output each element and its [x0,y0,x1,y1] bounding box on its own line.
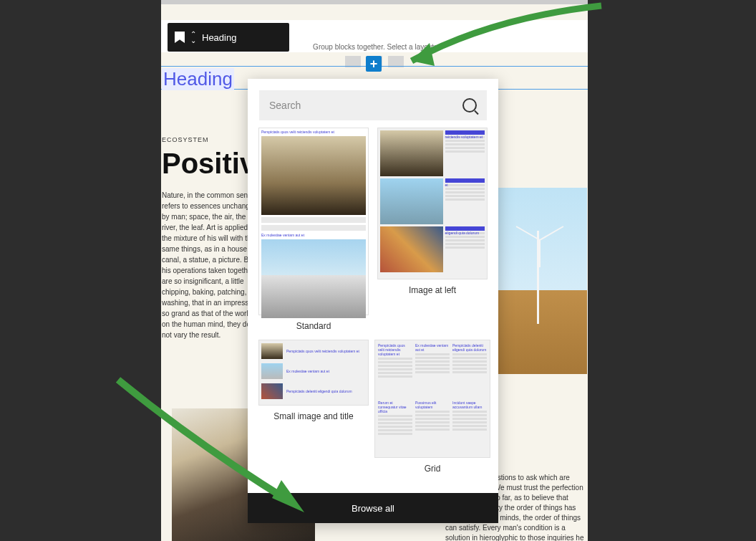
pattern-tiny-title: Perspiciatis deleniti eligendi quia dolo… [452,343,487,352]
browse-all-button[interactable]: Browse all [248,493,498,523]
pattern-tiny-title: Perspiciatis deleniti eligendi quia dolo… [286,389,366,393]
search-placeholder: Search [269,100,301,111]
pattern-tiny-title: Perspiciatis quos velit reiciendis volup… [261,130,366,134]
pattern-tiny-title: Perspiciatis quos velit reiciendis volup… [445,130,485,135]
pattern-tiny-title: Perspiciatis deleniti eligendi quia dolo… [445,226,485,231]
pattern-tiny-title: Incidunt saepe accusantium ullam [452,401,487,409]
ecosystem-label: ECOSYSTEM [162,136,209,143]
pattern-grid-item[interactable]: Perspiciatis quos velit reiciendis volup… [378,340,487,474]
search-icon [462,98,477,112]
move-buttons[interactable]: ⌃⌄ [190,32,196,44]
pattern-tiny-title: Ex molestiae veniam aut et [445,178,485,183]
pattern-small-image-title[interactable]: Perspiciatis quos velit reiciendis volup… [259,340,368,474]
pattern-tiny-title: Ex molestiae veniam aut et [261,233,366,237]
pattern-tiny-title: Possimus elit voluptatem [415,401,450,409]
search-input[interactable]: Search [259,90,487,120]
chevron-down-icon[interactable]: ⌄ [190,38,196,44]
body-paragraph: Nature, in the common sense, refers to e… [162,190,262,340]
viewport: Group blocks together. Select a layout: … [0,0,756,541]
pattern-grid: Perspiciatis quos velit reiciendis volup… [248,128,498,493]
block-type-label[interactable]: Heading [202,32,236,43]
block-inserter-popover: Search Perspiciatis quos velit reiciendi… [248,79,498,523]
pattern-tiny-title: Ex molestiae veniam aut et [286,369,366,373]
pattern-tiny-title: Rerum et consequatur vitae officia [378,401,412,413]
add-block-button[interactable]: + [366,56,382,72]
pattern-tiny-title: Perspiciatis quos velit reiciendis volup… [286,349,366,353]
heading-block[interactable]: Heading [162,68,234,90]
pattern-tiny-title: Perspiciatis quos velit reiciendis volup… [378,343,412,356]
pattern-label: Grid [425,464,441,474]
pattern-label: Image at left [409,285,456,295]
block-toolbar: ⌃⌄ Heading [168,23,289,52]
pattern-tiny-title: Ex molestiae veniam aut et [415,343,450,352]
pattern-label: Standard [296,321,331,331]
pattern-image-at-left[interactable]: Perspiciatis quos velit reiciendis volup… [378,128,487,331]
pattern-standard[interactable]: Perspiciatis quos velit reiciendis volup… [259,128,368,331]
pattern-label: Small image and title [273,411,353,421]
heading-block-icon[interactable] [175,32,185,43]
plus-icon: + [370,57,378,72]
